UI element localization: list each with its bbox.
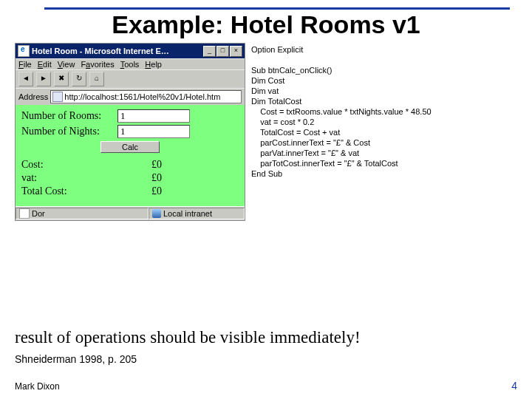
total-label: Total Cost: (21, 185, 117, 197)
address-bar: Address http://localhost:1561/Hotel%20v1… (16, 88, 245, 105)
home-button[interactable]: ⌂ (89, 72, 104, 86)
menu-tools[interactable]: Tools (120, 60, 140, 69)
doc-icon (19, 208, 30, 219)
address-value: http://localhost:1561/Hotel%20v1/Hotel.h… (64, 92, 220, 101)
cost-row: Cost: £0 (21, 159, 239, 171)
titlebar: Hotel Room - Microsoft Internet E… _ □ × (16, 44, 245, 58)
nights-label: Number of Nights: (21, 126, 117, 137)
vat-label: vat: (21, 172, 117, 184)
toolbar: ◄ ► ✖ ↻ ⌂ (16, 69, 245, 88)
rooms-label: Number of Rooms: (21, 110, 117, 122)
total-value: £0 (117, 185, 162, 197)
browser-window: Hotel Room - Microsoft Internet E… _ □ ×… (15, 43, 245, 221)
menu-file[interactable]: File (18, 60, 32, 69)
status-right-text: Local intranet (163, 209, 212, 218)
refresh-button[interactable]: ↻ (72, 72, 86, 86)
rooms-input[interactable]: 1 (117, 109, 190, 123)
slide-divider (44, 7, 510, 10)
status-left: Dor (16, 208, 149, 219)
page-content: Number of Rooms: 1 Number of Nights: 1 C… (16, 105, 245, 206)
address-input[interactable]: http://localhost:1561/Hotel%20v1/Hotel.h… (50, 90, 242, 103)
window-title: Hotel Room - Microsoft Internet E… (32, 47, 202, 55)
ie-icon (18, 45, 30, 57)
slide-title: Example: Hotel Rooms v1 (0, 10, 532, 39)
cost-label: Cost: (21, 159, 117, 171)
conclusion-text: result of operations should be visible i… (15, 328, 361, 347)
code-block: Option Explicit Sub btnCalc_onClick() Di… (251, 44, 521, 179)
footer-author: Mark Dixon (15, 381, 60, 392)
maximize-button[interactable]: □ (216, 46, 229, 57)
minimize-button[interactable]: _ (203, 46, 216, 57)
vat-row: vat: £0 (21, 172, 239, 184)
total-row: Total Cost: £0 (21, 185, 239, 197)
menubar: File Edit View Favorites Tools Help (16, 58, 245, 69)
nights-input[interactable]: 1 (117, 125, 190, 138)
menu-view[interactable]: View (58, 60, 75, 69)
address-label: Address (18, 92, 48, 101)
vat-value: £0 (117, 172, 162, 184)
stop-button[interactable]: ✖ (54, 72, 69, 86)
footer-page-number: 4 (511, 380, 517, 392)
close-button[interactable]: × (230, 46, 242, 57)
status-right: Local intranet (149, 208, 245, 219)
cost-value: £0 (117, 159, 162, 171)
forward-button[interactable]: ► (36, 72, 51, 86)
intranet-icon (152, 209, 161, 218)
page-icon (52, 92, 63, 102)
rooms-row: Number of Rooms: 1 (21, 109, 239, 123)
nights-row: Number of Nights: 1 (21, 125, 239, 138)
menu-edit[interactable]: Edit (38, 60, 52, 69)
calc-button[interactable]: Calc (100, 141, 160, 153)
status-left-text: Dor (32, 209, 45, 218)
status-bar: Dor Local intranet (16, 206, 245, 220)
menu-favorites[interactable]: Favorites (81, 60, 114, 69)
citation-text: Shneiderman 1998, p. 205 (15, 353, 137, 365)
back-button[interactable]: ◄ (18, 72, 33, 86)
menu-help[interactable]: Help (145, 60, 162, 69)
calc-row: Calc (21, 141, 239, 153)
